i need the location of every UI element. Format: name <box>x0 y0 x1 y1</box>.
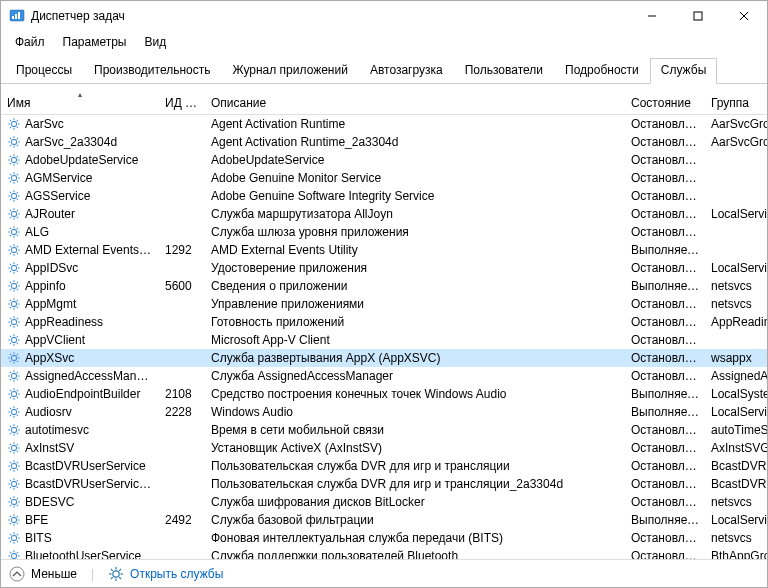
col-header-name[interactable]: ▴Имя <box>1 92 159 115</box>
table-row[interactable]: AMD External Events Utility1292AMD Exter… <box>1 241 767 259</box>
svg-point-89 <box>11 283 16 288</box>
svg-line-167 <box>17 432 18 433</box>
tab-performance[interactable]: Производительность <box>83 58 221 84</box>
tab-services[interactable]: Службы <box>650 58 717 84</box>
table-row[interactable]: AGSServiceAdobe Genuine Software Integri… <box>1 187 767 205</box>
table-row[interactable]: BluetoothUserServiceСлужба поддержки пол… <box>1 547 767 560</box>
cell-desc: Agent Activation Runtime <box>205 115 625 133</box>
cell-desc: Служба шлюза уровня приложения <box>205 223 625 241</box>
cell-state: Остановлено <box>625 349 705 367</box>
menu-view[interactable]: Вид <box>136 33 174 51</box>
service-icon <box>7 477 25 491</box>
svg-point-170 <box>11 445 16 450</box>
svg-point-288 <box>113 570 119 576</box>
svg-line-61 <box>17 209 18 210</box>
cell-pid: 2228 <box>159 403 205 421</box>
service-icon <box>7 297 25 311</box>
col-header-pid[interactable]: ИД п... <box>159 92 205 115</box>
table-row[interactable]: AssignedAccessManagerSvcСлужба AssignedA… <box>1 367 767 385</box>
table-row[interactable]: AarSvcAgent Activation RuntimeОстановлен… <box>1 115 767 133</box>
table-row[interactable]: BITSФоновая интеллектуальная служба пере… <box>1 529 767 547</box>
cell-name: BDESVC <box>1 493 159 511</box>
table-row[interactable]: BFE2492Служба базовой фильтрацииВыполняе… <box>1 511 767 529</box>
svg-line-22 <box>10 137 11 138</box>
table-row[interactable]: Audiosrv2228Windows AudioВыполняетсяLoca… <box>1 403 767 421</box>
open-services-link[interactable]: Открыть службы <box>108 566 223 582</box>
svg-point-206 <box>11 517 16 522</box>
svg-line-15 <box>10 127 11 128</box>
table-row[interactable]: AudioEndpointBuilder2108Средство построе… <box>1 385 767 403</box>
table-row[interactable]: AarSvc_2a3304dAgent Activation Runtime_2… <box>1 133 767 151</box>
table-row[interactable]: AppReadinessГотовность приложенийОстанов… <box>1 313 767 331</box>
tab-details[interactable]: Подробности <box>554 58 650 84</box>
table-row[interactable]: BDESVCСлужба шифрования дисков BitLocker… <box>1 493 767 511</box>
cell-group: AxInstSVGroup <box>705 439 767 457</box>
svg-line-86 <box>17 270 18 271</box>
svg-line-175 <box>10 443 11 444</box>
statusbar: Меньше | Открыть службы <box>1 559 767 587</box>
table-row[interactable]: AppIDSvcУдостоверение приложенияОстановл… <box>1 259 767 277</box>
table-row[interactable]: ALGСлужба шлюза уровня приложенияОстанов… <box>1 223 767 241</box>
service-icon <box>7 549 25 560</box>
service-icon <box>7 351 25 365</box>
cell-pid <box>159 529 205 547</box>
svg-line-229 <box>10 551 11 552</box>
cell-name: AJRouter <box>1 205 159 223</box>
menu-options[interactable]: Параметры <box>55 33 135 51</box>
svg-point-53 <box>11 211 16 216</box>
col-header-desc[interactable]: Описание <box>205 92 625 115</box>
cell-group <box>705 169 767 187</box>
close-button[interactable] <box>721 1 767 31</box>
minimize-button[interactable] <box>629 1 675 31</box>
cell-pid <box>159 349 205 367</box>
cell-state: Выполняется <box>625 385 705 403</box>
svg-line-132 <box>10 360 11 361</box>
cell-name: AMD External Events Utility <box>1 241 159 259</box>
cell-desc: Служба шифрования дисков BitLocker <box>205 493 625 511</box>
service-icon <box>7 315 25 329</box>
menu-file[interactable]: Файл <box>7 33 53 51</box>
fewer-details-button[interactable]: Меньше <box>9 566 77 582</box>
table-row[interactable]: AppXSvcСлужба развертывания AppX (AppXSV… <box>1 349 767 367</box>
cell-pid: 1292 <box>159 241 205 259</box>
svg-line-214 <box>17 515 18 516</box>
cell-pid <box>159 439 205 457</box>
table-row[interactable]: autotimesvcВремя в сети мобильной связиО… <box>1 421 767 439</box>
table-row[interactable]: AxInstSVУстановщик ActiveX (AxInstSV)Ост… <box>1 439 767 457</box>
tab-startup[interactable]: Автозагрузка <box>359 58 454 84</box>
svg-line-168 <box>10 432 11 433</box>
tab-app-history[interactable]: Журнал приложений <box>222 58 359 84</box>
titlebar[interactable]: Диспетчер задач <box>1 1 767 31</box>
cell-name: AarSvc_2a3304d <box>1 133 159 151</box>
table-row[interactable]: AJRouterСлужба маршрутизатора AllJoynОст… <box>1 205 767 223</box>
services-table-container[interactable]: ▴Имя ИД п... Описание Состояние Группа A… <box>1 84 767 559</box>
service-icon <box>7 369 25 383</box>
table-row[interactable]: AppVClientMicrosoft App-V ClientОстановл… <box>1 331 767 349</box>
cell-pid <box>159 295 205 313</box>
maximize-button[interactable] <box>675 1 721 31</box>
tab-processes[interactable]: Процессы <box>5 58 83 84</box>
cell-pid <box>159 133 205 151</box>
table-row[interactable]: BcastDVRUserService_2a3...Пользовательск… <box>1 475 767 493</box>
table-row[interactable]: AdobeUpdateServiceAdobeUpdateServiceОста… <box>1 151 767 169</box>
cell-name: AarSvc <box>1 115 159 133</box>
tab-users[interactable]: Пользователи <box>454 58 554 84</box>
cell-pid <box>159 367 205 385</box>
table-row[interactable]: Appinfo5600Сведения о приложенииВыполняе… <box>1 277 767 295</box>
svg-point-71 <box>11 247 16 252</box>
cell-group: LocalServiceN... <box>705 403 767 421</box>
table-row[interactable]: BcastDVRUserServiceПользовательская служ… <box>1 457 767 475</box>
table-row[interactable]: AppMgmtУправление приложениямиОстановлен… <box>1 295 767 313</box>
svg-line-176 <box>17 450 18 451</box>
table-row[interactable]: AGMServiceAdobe Genuine Monitor ServiceО… <box>1 169 767 187</box>
cell-desc: Пользовательская служба DVR для игр и тр… <box>205 457 625 475</box>
svg-line-151 <box>17 389 18 390</box>
cell-group: LocalServiceN... <box>705 259 767 277</box>
cell-group: LocalServiceN... <box>705 511 767 529</box>
cell-group <box>705 223 767 241</box>
svg-point-26 <box>11 157 16 162</box>
col-header-group[interactable]: Группа <box>705 92 767 115</box>
cell-group: wsappx <box>705 349 767 367</box>
cell-state: Остановлено <box>625 169 705 187</box>
col-header-state[interactable]: Состояние <box>625 92 705 115</box>
